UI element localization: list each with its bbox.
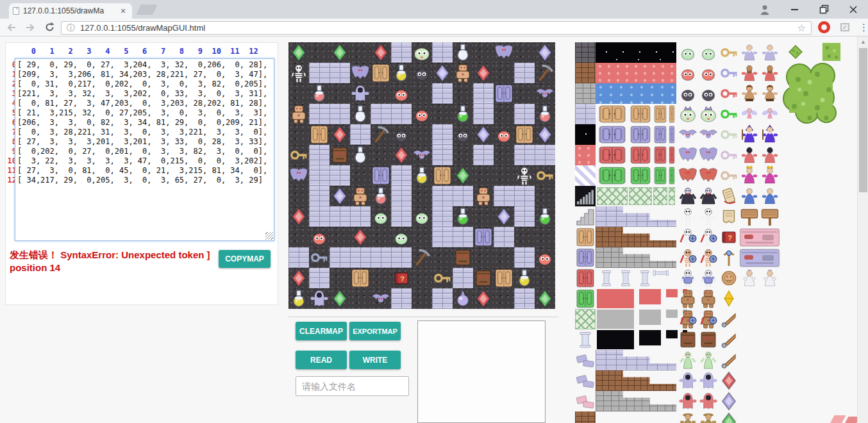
- map-tile-pickaxe[interactable]: [371, 124, 391, 145]
- copymap-button[interactable]: COPYMAP: [219, 250, 271, 268]
- map-tile-tan-door[interactable]: [494, 268, 514, 288]
- tileset-block[interactable]: [666, 289, 678, 297]
- tileset-key[interactable]: [719, 104, 739, 124]
- tileset-bars[interactable]: [575, 186, 596, 206]
- map-tile-dark-floor[interactable]: [330, 227, 350, 247]
- map-tile-yellow-flask[interactable]: [288, 288, 309, 309]
- map-canvas[interactable]: ?: [288, 42, 555, 309]
- tileset-ghost[interactable]: [678, 391, 698, 411]
- tileset-door[interactable]: [597, 145, 628, 165]
- map-tile-small-bat[interactable]: [371, 288, 391, 309]
- map-tile-dark-floor[interactable]: [535, 227, 555, 247]
- tileset-redhood[interactable]: [760, 145, 780, 165]
- map-tile-brick-wall[interactable]: [391, 247, 412, 268]
- map-tile-yellow-flask[interactable]: [391, 63, 412, 83]
- tileset-lattice[interactable]: [597, 187, 628, 205]
- map-tile-brick-wall[interactable]: [391, 206, 412, 227]
- map-tile-gold-key[interactable]: [432, 268, 453, 288]
- map-tile-brick-wall[interactable]: [535, 145, 555, 165]
- tileset-hatman[interactable]: [678, 411, 698, 423]
- map-tile-brick-wall[interactable]: [391, 165, 412, 186]
- tileset-gem[interactable]: [719, 370, 739, 391]
- tileset-wing[interactable]: [719, 309, 739, 329]
- map-tile-dark-floor[interactable]: [412, 268, 432, 288]
- map-tile-brick-wall[interactable]: [309, 145, 330, 165]
- map-tile-big-bat[interactable]: [288, 165, 309, 186]
- page-scrollbar[interactable]: ▲: [857, 37, 868, 423]
- map-tile-red-gem[interactable]: [288, 206, 309, 227]
- map-tile-brick-wall[interactable]: [350, 247, 371, 268]
- map-tile-brick-wall[interactable]: [494, 227, 514, 247]
- url-text[interactable]: 127.0.0.1:1055/drawMapGUI.html: [80, 23, 792, 33]
- tileset-bat[interactable]: [678, 124, 698, 145]
- map-tile-dark-floor[interactable]: [288, 186, 309, 206]
- map-tile-dark-floor[interactable]: [494, 63, 514, 83]
- tileset-steps[interactable]: [596, 227, 676, 247]
- map-tile-dark-floor[interactable]: [494, 288, 514, 309]
- tileset-fairy[interactable]: [739, 104, 760, 124]
- tileset-skelarmor[interactable]: [678, 268, 698, 288]
- map-tile-silver-key[interactable]: [309, 247, 330, 268]
- tileset-face[interactable]: [678, 329, 698, 350]
- map-tile-brick-wall[interactable]: [309, 104, 330, 124]
- tileset-terrain[interactable]: [575, 124, 596, 145]
- map-tile-golem[interactable]: [453, 63, 473, 83]
- map-tile-green-gem[interactable]: [453, 165, 473, 186]
- map-tile-brick-wall[interactable]: [514, 186, 535, 206]
- address-bar[interactable]: ⓘ 127.0.0.1:1055/drawMapGUI.html ☆: [61, 21, 812, 35]
- map-tile-red-flask[interactable]: [309, 83, 330, 104]
- tileset-gem[interactable]: [719, 391, 739, 411]
- map-tile-brick-wall[interactable]: [309, 63, 330, 83]
- map-tile-brick-wall[interactable]: [514, 104, 535, 124]
- tileset-block[interactable]: [639, 289, 661, 304]
- tileset-fallen-pillar[interactable]: [661, 268, 671, 288]
- tileset-golemshield[interactable]: [698, 309, 719, 329]
- tileset-door[interactable]: [575, 268, 596, 288]
- tileset-wizard[interactable]: [739, 124, 760, 145]
- tileset-human[interactable]: [678, 350, 698, 370]
- map-tile-dark-slime[interactable]: [453, 124, 473, 145]
- map-tile-brick-wall[interactable]: [473, 83, 494, 104]
- map-tile-dark-floor[interactable]: [473, 42, 494, 63]
- map-tile-skeleton[interactable]: [288, 63, 309, 83]
- map-tile-red-slime[interactable]: [309, 227, 330, 247]
- tileset-door[interactable]: [669, 125, 675, 144]
- tileset-door[interactable]: [629, 145, 652, 165]
- tileset-ghost[interactable]: [698, 370, 719, 391]
- tileset-terrain[interactable]: [575, 63, 596, 83]
- tileset-door[interactable]: [575, 247, 596, 268]
- map-tile-green-gem[interactable]: [535, 288, 555, 309]
- back-icon[interactable]: [3, 20, 19, 35]
- map-tile-dark-floor[interactable]: [288, 83, 309, 104]
- tileset-steps[interactable]: [596, 350, 676, 370]
- map-tile-red-gem[interactable]: [330, 124, 350, 145]
- tileset-sign[interactable]: [739, 206, 760, 227]
- tileset-bigbat[interactable]: [678, 145, 698, 165]
- tileset-wing[interactable]: [719, 329, 739, 350]
- tileset-wallface[interactable]: [739, 227, 780, 247]
- map-tile-dark-slime[interactable]: [391, 124, 412, 145]
- filename-input[interactable]: [296, 376, 409, 396]
- map-tile-brick-wall[interactable]: [432, 227, 453, 247]
- tileset-skelshield[interactable]: [698, 247, 719, 268]
- tileset-door[interactable]: [597, 125, 628, 144]
- tileset-lattice[interactable]: [653, 187, 667, 205]
- map-tile-dark-floor[interactable]: [371, 145, 391, 165]
- map-tile-brick-wall[interactable]: [432, 124, 453, 145]
- map-tile-dark-floor[interactable]: [412, 83, 432, 104]
- tileset-crownslime[interactable]: [678, 104, 698, 124]
- tileset-terrain[interactable]: [575, 411, 596, 423]
- map-tile-dark-floor[interactable]: [494, 104, 514, 124]
- map-tile-brick-wall[interactable]: [309, 165, 330, 186]
- tileset-door[interactable]: [669, 145, 675, 165]
- map-tile-brick-wall[interactable]: [371, 104, 391, 124]
- tileset-stairs[interactable]: [575, 206, 596, 227]
- map-tile-dark-floor[interactable]: [288, 124, 309, 145]
- map-tile-brick-wall[interactable]: [514, 63, 535, 83]
- tileset-block[interactable]: [666, 330, 678, 338]
- tileset-block[interactable]: [639, 310, 661, 325]
- map-tile-red-flask[interactable]: [371, 186, 391, 206]
- map-tile-empty-flask[interactable]: [453, 42, 473, 63]
- tileset-staff[interactable]: [719, 247, 739, 268]
- tileset-strip-redground[interactable]: [596, 63, 676, 83]
